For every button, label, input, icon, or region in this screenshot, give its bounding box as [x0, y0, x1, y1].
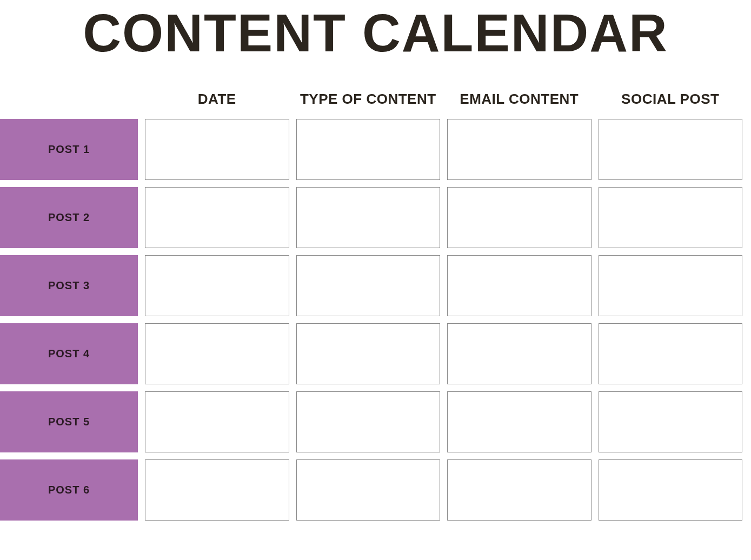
row-label: POST 3 — [0, 255, 138, 316]
header-spacer — [5, 91, 138, 112]
cell-type[interactable] — [296, 187, 441, 248]
cell-email[interactable] — [447, 187, 592, 248]
column-header-social: SOCIAL POST — [599, 91, 743, 112]
cell-email[interactable] — [447, 119, 592, 180]
cell-email[interactable] — [447, 459, 592, 521]
cell-date[interactable] — [145, 459, 289, 521]
column-header-type: TYPE OF CONTENT — [296, 91, 441, 112]
row-label: POST 1 — [0, 119, 138, 180]
page-title: CONTENT CALENDAR — [5, 3, 746, 64]
row-label: POST 4 — [0, 323, 138, 384]
cell-social[interactable] — [599, 323, 743, 384]
cell-type[interactable] — [296, 391, 441, 452]
column-header-email: EMAIL CONTENT — [447, 91, 592, 112]
cell-date[interactable] — [145, 391, 289, 452]
content-calendar-page: CONTENT CALENDAR DATE TYPE OF CONTENT EM… — [0, 0, 751, 521]
cell-social[interactable] — [599, 255, 743, 316]
row-label: POST 2 — [0, 187, 138, 248]
cell-date[interactable] — [145, 119, 289, 180]
cell-email[interactable] — [447, 391, 592, 452]
cell-type[interactable] — [296, 255, 441, 316]
cell-email[interactable] — [447, 255, 592, 316]
cell-date[interactable] — [145, 323, 289, 384]
cell-social[interactable] — [599, 391, 743, 452]
cell-email[interactable] — [447, 323, 592, 384]
column-header-date: DATE — [145, 91, 289, 112]
cell-type[interactable] — [296, 459, 441, 521]
row-label: POST 5 — [0, 391, 138, 452]
cell-social[interactable] — [599, 119, 743, 180]
row-label: POST 6 — [0, 459, 138, 521]
cell-date[interactable] — [145, 255, 289, 316]
cell-social[interactable] — [599, 459, 743, 521]
cell-type[interactable] — [296, 323, 441, 384]
cell-date[interactable] — [145, 187, 289, 248]
calendar-grid: DATE TYPE OF CONTENT EMAIL CONTENT SOCIA… — [5, 91, 746, 521]
cell-social[interactable] — [599, 187, 743, 248]
cell-type[interactable] — [296, 119, 441, 180]
